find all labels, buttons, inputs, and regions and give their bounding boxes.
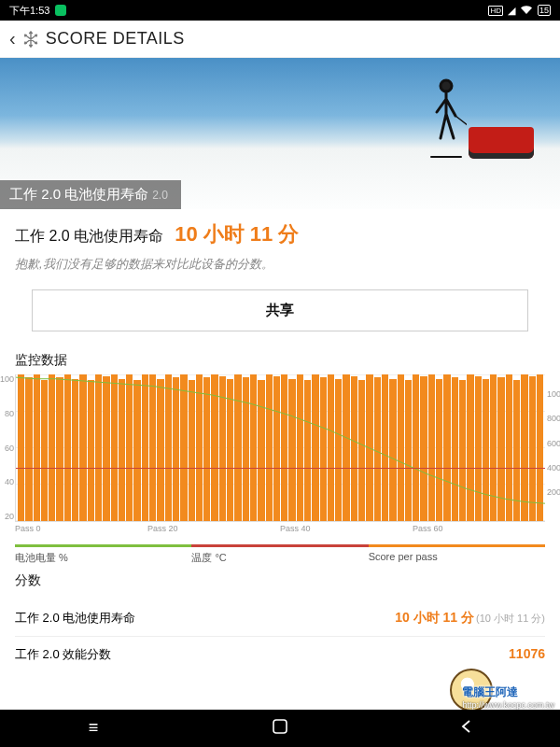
- hd-indicator: HD: [488, 6, 503, 16]
- page-title: SCORE DETAILS: [46, 29, 185, 49]
- signal-icon: ◢: [508, 5, 515, 17]
- score-row: 工作 2.0 效能分数 11076: [15, 637, 545, 672]
- hero-image: 工作 2.0 电池使用寿命2.0: [0, 58, 560, 209]
- score-value: 10 小时 11 分: [395, 610, 474, 625]
- snowflake-icon: [21, 30, 40, 49]
- result-value: 10 小时 11 分: [175, 220, 299, 248]
- scores-title: 分数: [0, 565, 560, 595]
- scores-table: 工作 2.0 电池使用寿命 10 小时 11 分(10 小时 11 分) 工作 …: [0, 595, 560, 672]
- score-row: 工作 2.0 电池使用寿命 10 小时 11 分(10 小时 11 分): [15, 600, 545, 637]
- score-label: 工作 2.0 效能分数: [15, 646, 111, 663]
- y-axis-right: 100008000600040002000: [547, 374, 560, 521]
- nav-back-icon[interactable]: [456, 718, 477, 739]
- chart-legend: 电池电量 % 温度 °C Score per pass: [15, 541, 545, 565]
- sled: [469, 127, 534, 159]
- nav-menu-icon[interactable]: ≡: [83, 718, 104, 739]
- legend-battery: 电池电量 %: [15, 544, 191, 565]
- skier-figure: [426, 77, 467, 161]
- no-comparison-notice: 抱歉,我们没有足够的数据来对比此设备的分数。: [0, 252, 560, 284]
- hero-caption: 工作 2.0 电池使用寿命2.0: [0, 180, 181, 209]
- legend-temperature: 温度 °C: [191, 544, 368, 565]
- result-label: 工作 2.0 电池使用寿命: [15, 227, 163, 247]
- monitoring-title: 监控数据: [0, 345, 560, 374]
- score-label: 工作 2.0 电池使用寿命: [15, 610, 135, 627]
- back-icon[interactable]: ‹: [7, 28, 21, 49]
- x-axis: Pass 0Pass 20Pass 40Pass 60: [15, 524, 545, 533]
- watermark: 電腦王阿達 http://www.kocpc.com.tw: [462, 684, 554, 710]
- y-axis-left: 10080604020: [0, 374, 14, 521]
- score-value: 11076: [509, 646, 545, 661]
- nav-home-icon[interactable]: [270, 718, 290, 739]
- share-button[interactable]: 共享: [32, 289, 528, 331]
- monitoring-chart: 10080604020 100008000600040002000: [15, 374, 545, 522]
- legend-score: Score per pass: [369, 544, 545, 565]
- status-time: 下午1:53: [9, 4, 49, 18]
- headline-result: 工作 2.0 电池使用寿命 10 小时 11 分: [0, 209, 560, 252]
- svg-point-0: [441, 80, 452, 92]
- recording-indicator: [55, 5, 66, 16]
- svg-rect-2: [273, 720, 287, 733]
- battery-indicator: 15: [538, 5, 551, 16]
- wifi-icon: [520, 5, 533, 17]
- score-sub: (10 小时 11 分): [476, 613, 545, 624]
- status-bar: 下午1:53 HD ◢ 15: [0, 0, 560, 21]
- app-header: ‹ SCORE DETAILS: [0, 21, 560, 58]
- overlay-lines: [16, 374, 545, 521]
- system-nav-bar: ≡: [0, 710, 560, 747]
